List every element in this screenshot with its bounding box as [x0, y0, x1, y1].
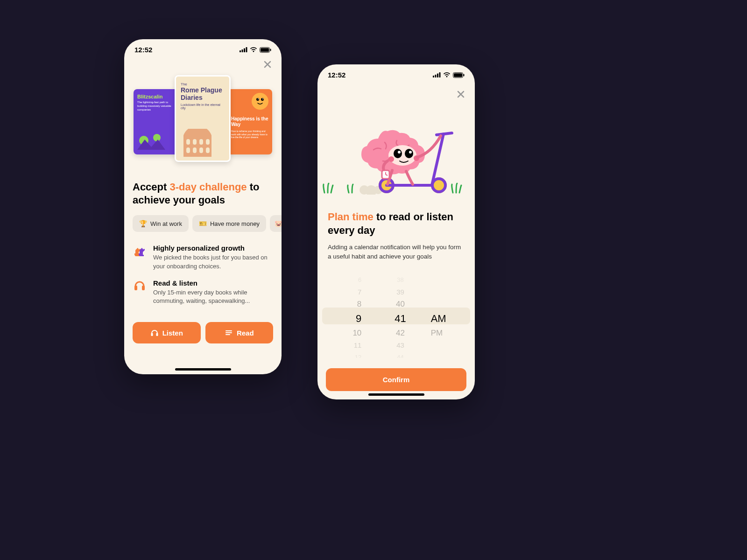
svg-rect-23 [151, 333, 153, 336]
svg-point-44 [398, 151, 401, 154]
headphones-icon [150, 329, 159, 337]
feature-list: Highly personalized growth We picked the… [124, 232, 282, 305]
svg-point-10 [261, 98, 264, 101]
chip-more[interactable]: 🐷 [270, 215, 282, 232]
feature-title: Highly personalized growth [153, 244, 273, 252]
chess-icon [133, 244, 147, 270]
svg-point-45 [405, 149, 413, 158]
balloon-face-icon [252, 93, 268, 110]
time-picker[interactable]: 6 7 8 9 10 11 12 38 39 40 41 42 43 44 [317, 274, 475, 358]
trees-illustration [137, 131, 165, 150]
plan-time-headline: Plan time to read or listen every day [317, 195, 475, 237]
battery-icon [260, 47, 271, 53]
svg-point-8 [153, 134, 161, 141]
svg-point-46 [409, 151, 412, 154]
picker-hours[interactable]: 6 7 8 9 10 11 12 [317, 274, 374, 358]
home-indicator[interactable] [368, 393, 424, 396]
svg-rect-21 [134, 286, 137, 290]
feature-title: Read & listen [153, 279, 273, 287]
battery-icon [453, 72, 465, 78]
status-icons [240, 47, 271, 53]
svg-rect-24 [156, 333, 158, 336]
feature-personalized: Highly personalized growth We picked the… [133, 244, 273, 270]
cta-row: Listen Read [124, 314, 282, 343]
svg-rect-6 [270, 49, 271, 51]
cellular-icon [240, 47, 247, 52]
status-icons [433, 72, 465, 78]
headphones-icon [133, 279, 147, 305]
svg-rect-1 [242, 49, 243, 52]
wifi-icon [250, 47, 257, 52]
feature-read-listen: Read & listen Only 15-min every day book… [133, 279, 273, 305]
svg-rect-5 [261, 48, 269, 52]
svg-point-11 [258, 98, 259, 99]
svg-rect-0 [240, 50, 241, 52]
book-covers: Blitzscalin The lightning-fast path to b… [124, 75, 282, 168]
svg-rect-28 [433, 76, 434, 77]
svg-rect-34 [464, 74, 465, 76]
svg-rect-33 [454, 73, 462, 77]
close-button[interactable] [262, 59, 273, 70]
challenge-headline: Accept 3-day challenge to achieve your g… [124, 168, 282, 207]
status-time: 12:52 [328, 71, 345, 79]
svg-point-47 [388, 156, 394, 162]
piggy-icon: 🐷 [275, 220, 282, 227]
svg-point-12 [262, 98, 263, 99]
home-indicator[interactable] [175, 368, 231, 371]
book-blitzscaling: Blitzscalin The lightning-fast path to b… [134, 89, 178, 154]
svg-rect-18 [193, 147, 197, 153]
svg-point-43 [394, 149, 402, 158]
status-bar: 12:52 [317, 64, 475, 82]
status-bar: 12:52 [124, 39, 282, 56]
text-lines-icon [225, 329, 233, 337]
feature-desc: We picked the books just for you based o… [153, 253, 273, 270]
read-button[interactable]: Read [205, 322, 274, 343]
svg-rect-31 [439, 72, 441, 77]
picker-minutes[interactable]: 38 39 40 41 42 43 44 [374, 274, 422, 358]
ticket-icon: 🎫 [199, 220, 207, 227]
book-happiness: Happiness is the Way How to reframe your… [227, 89, 272, 154]
feature-desc: Only 15-min every day books while commut… [153, 288, 273, 305]
svg-rect-3 [246, 47, 247, 52]
svg-rect-16 [206, 139, 210, 145]
svg-rect-2 [244, 49, 245, 53]
svg-rect-14 [193, 139, 197, 145]
trophy-icon: 🏆 [139, 220, 147, 227]
goal-chips: 🏆 Win at work 🎫 Have more money 🐷 [124, 207, 282, 232]
wifi-icon [443, 72, 451, 77]
picker-ampm[interactable]: AM PM [423, 274, 475, 358]
listen-button[interactable]: Listen [133, 322, 201, 343]
close-button[interactable] [455, 89, 466, 100]
brain-scooter-illustration [317, 101, 475, 195]
confirm-button[interactable]: Confirm [326, 368, 466, 391]
chip-have-more-money[interactable]: 🎫 Have more money [192, 215, 266, 232]
plan-time-subtext: Adding a calendar notification will help… [317, 237, 475, 261]
book-rome-plague: The Rome Plague Diaries Lockdown life in… [175, 75, 231, 162]
svg-rect-29 [435, 75, 437, 77]
svg-point-9 [256, 98, 259, 101]
svg-rect-19 [199, 147, 203, 153]
svg-rect-22 [142, 286, 145, 290]
cellular-icon [433, 72, 441, 77]
svg-rect-13 [186, 139, 190, 145]
challenge-screen: 12:52 Blitzscalin The lightning-fast pat… [124, 39, 282, 374]
plan-time-screen: 12:52 [317, 64, 475, 399]
chip-win-at-work[interactable]: 🏆 Win at work [133, 215, 189, 232]
colosseum-illustration [181, 129, 214, 157]
svg-rect-17 [186, 147, 190, 153]
svg-rect-30 [437, 74, 438, 78]
status-time: 12:52 [134, 46, 152, 54]
svg-rect-15 [199, 139, 203, 145]
svg-rect-20 [206, 147, 210, 153]
